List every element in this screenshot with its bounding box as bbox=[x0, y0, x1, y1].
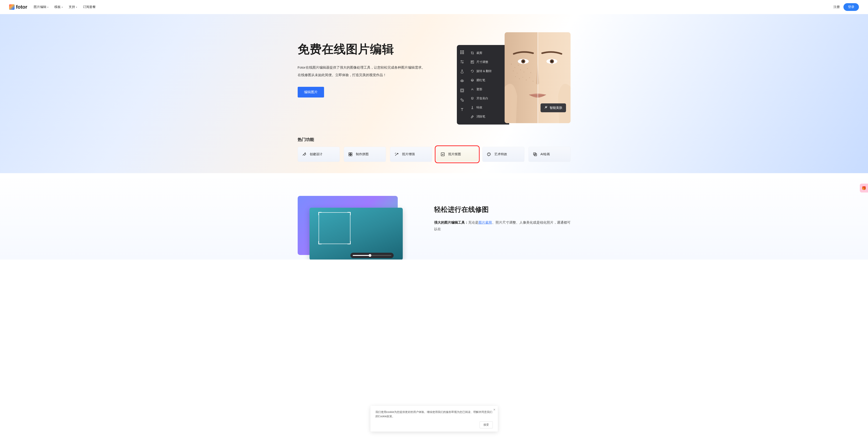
ai-paint-icon bbox=[533, 152, 537, 157]
adjust-icon[interactable] bbox=[460, 60, 464, 64]
crop-handle-icon bbox=[347, 212, 351, 215]
design-icon bbox=[302, 152, 307, 157]
header-right: 注册 登录 bbox=[833, 3, 859, 11]
hero-description: Fotor在线图片编辑器提供了强大的图像处理工具，让您轻松完成各种图片编辑需求。… bbox=[298, 64, 430, 79]
menu-resize[interactable]: 尺寸调整 bbox=[468, 58, 506, 66]
svg-point-44 bbox=[545, 108, 545, 109]
nav-support[interactable]: 支持 ▾ bbox=[69, 5, 77, 9]
blush-icon bbox=[470, 78, 474, 82]
svg-point-30 bbox=[530, 72, 531, 73]
chevron-down-icon: ▾ bbox=[62, 6, 63, 8]
crop-handle-icon bbox=[318, 241, 321, 244]
svg-point-36 bbox=[533, 81, 533, 81]
svg-rect-14 bbox=[461, 89, 464, 92]
hero-section: 免费在线图片编辑 Fotor在线图片编辑器提供了强大的图像处理工具，让您轻松完成… bbox=[0, 14, 868, 173]
smart-skin-badge[interactable]: 智能美肤 bbox=[540, 103, 566, 112]
crop-handle-icon bbox=[347, 241, 351, 244]
nav-subscribe[interactable]: 订阅套餐 bbox=[83, 5, 96, 9]
logo[interactable]: fotor bbox=[9, 4, 27, 10]
effects-icon bbox=[470, 106, 474, 109]
svg-point-25 bbox=[513, 71, 514, 71]
flask-icon[interactable] bbox=[460, 69, 464, 74]
logo-text: fotor bbox=[16, 4, 27, 10]
edit-image-button[interactable]: 编辑图片 bbox=[298, 87, 324, 98]
svg-point-12 bbox=[462, 62, 463, 63]
lower-inner: 轻松进行在线修图 强大的图片编辑工具：无论是图片裁剪、照片尺寸调整、人像美化或是… bbox=[288, 196, 580, 260]
menu-teeth[interactable]: 牙齿美白 bbox=[468, 95, 506, 102]
svg-point-42 bbox=[551, 61, 553, 62]
svg-point-19 bbox=[471, 79, 473, 81]
svg-point-31 bbox=[515, 76, 516, 77]
lower-title: 轻松进行在线修图 bbox=[434, 205, 570, 214]
feature-create-design[interactable]: 创建设计 bbox=[298, 147, 340, 162]
shapes-icon[interactable] bbox=[460, 98, 464, 102]
svg-point-13 bbox=[462, 80, 463, 81]
gift-icon: 🎁 bbox=[862, 186, 866, 190]
badge-label: 智能美肤 bbox=[550, 106, 562, 110]
menu-crop[interactable]: 裁剪 bbox=[468, 49, 506, 57]
chevron-down-icon: ▾ bbox=[47, 6, 49, 8]
svg-point-27 bbox=[520, 70, 521, 70]
svg-point-21 bbox=[472, 80, 473, 81]
menu-erase[interactable]: 消除笔 bbox=[468, 113, 506, 121]
slider-fill bbox=[353, 255, 370, 256]
svg-point-10 bbox=[461, 61, 462, 61]
menu-reshape[interactable]: 塑形 bbox=[468, 86, 506, 93]
svg-point-45 bbox=[305, 153, 305, 153]
crop-link[interactable]: 图片裁剪 bbox=[478, 221, 492, 224]
feature-ai-paint[interactable]: AI绘画 bbox=[528, 147, 570, 162]
nav-photo-edit[interactable]: 图片编辑 ▾ bbox=[34, 5, 49, 9]
erase-icon bbox=[470, 115, 474, 119]
menu-rotate[interactable]: 旋转 & 翻转 bbox=[468, 67, 506, 75]
popular-title: 热门功能 bbox=[298, 137, 570, 142]
teeth-icon bbox=[470, 97, 474, 100]
hero-desc-line: Fotor在线图片编辑器提供了强大的图像处理工具，让您轻松完成各种图片编辑需求。 bbox=[298, 64, 430, 71]
art-icon bbox=[487, 152, 491, 157]
svg-point-28 bbox=[524, 72, 524, 72]
signup-link[interactable]: 注册 bbox=[833, 5, 840, 9]
crop-frame bbox=[319, 212, 350, 244]
menu-label: 特效 bbox=[476, 105, 482, 109]
nav-template[interactable]: 模板 ▾ bbox=[54, 5, 63, 9]
reshape-icon bbox=[470, 88, 474, 91]
feature-collage[interactable]: 制作拼图 bbox=[344, 147, 386, 162]
login-button[interactable]: 登录 bbox=[843, 3, 859, 11]
menu-label: 腮红笔 bbox=[476, 78, 485, 82]
menu-label: 裁剪 bbox=[476, 51, 482, 55]
chevron-down-icon: ▾ bbox=[76, 6, 77, 8]
apps-icon[interactable] bbox=[460, 50, 464, 55]
editor-iconbar bbox=[457, 48, 467, 121]
svg-point-34 bbox=[526, 80, 526, 80]
nav-label: 订阅套餐 bbox=[83, 5, 96, 9]
feature-art-effect[interactable]: 艺术特效 bbox=[482, 147, 524, 162]
svg-rect-8 bbox=[463, 53, 464, 54]
feature-label: AI绘画 bbox=[540, 152, 550, 156]
feature-enhance[interactable]: 照片增强 bbox=[390, 147, 432, 162]
svg-rect-7 bbox=[462, 53, 463, 54]
frame-icon[interactable] bbox=[460, 88, 464, 93]
svg-rect-47 bbox=[351, 153, 352, 154]
menu-effects[interactable]: 特效 bbox=[468, 104, 506, 111]
svg-point-24 bbox=[518, 65, 519, 66]
text-icon[interactable] bbox=[460, 107, 464, 112]
svg-point-16 bbox=[461, 99, 462, 100]
feature-cutout[interactable]: 照片抠图 bbox=[436, 147, 478, 162]
eye-icon[interactable] bbox=[460, 79, 464, 83]
hero-desc-line: 在线修图从未如此简便。立即体验，打造完美的视觉作品！ bbox=[298, 71, 430, 79]
svg-point-26 bbox=[517, 73, 517, 73]
nav-label: 支持 bbox=[69, 5, 75, 9]
menu-label: 牙齿美白 bbox=[476, 96, 488, 100]
svg-point-29 bbox=[527, 68, 528, 69]
menu-blush[interactable]: 腮红笔 bbox=[468, 76, 506, 84]
feature-row: 创建设计 制作拼图 照片增强 照片抠图 艺术特效 AI绘画 bbox=[298, 147, 570, 162]
svg-point-20 bbox=[472, 80, 472, 81]
collage-icon bbox=[348, 152, 353, 157]
logo-icon bbox=[9, 4, 14, 10]
svg-rect-2 bbox=[463, 51, 464, 52]
desc-bold: 强大的图片编辑工具： bbox=[434, 221, 468, 224]
popular-section: 热门功能 创建设计 制作拼图 照片增强 照片抠图 艺术特效 bbox=[288, 132, 580, 173]
svg-rect-1 bbox=[462, 51, 463, 52]
svg-point-33 bbox=[522, 77, 523, 77]
svg-point-51 bbox=[488, 154, 489, 154]
promo-float-tab[interactable]: 🎁 bbox=[860, 183, 868, 193]
